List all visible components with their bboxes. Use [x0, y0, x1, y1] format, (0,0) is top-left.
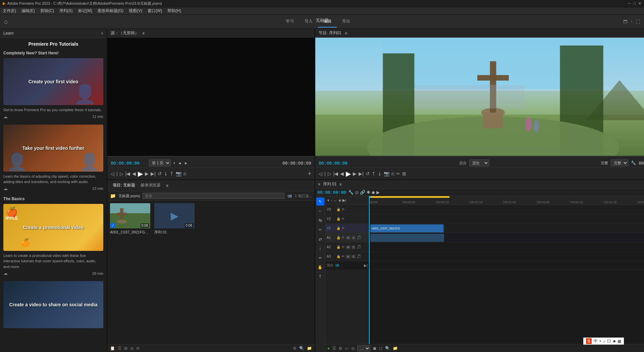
track-a2-eye[interactable]: 👁 [341, 245, 345, 249]
seq-target-btn[interactable]: ◆ [372, 190, 375, 195]
tool-razor[interactable]: ✂ [316, 226, 324, 234]
source-menu-icon[interactable]: ≡ [142, 31, 145, 36]
source-step-fwd-btn[interactable]: ▶| [151, 171, 156, 176]
seq-loop-btn[interactable]: ◎ [351, 346, 355, 351]
source-overwrite-btn[interactable]: ⤒ [170, 171, 174, 176]
prog-mark-in[interactable]: ◁ [319, 171, 322, 176]
program-progress-bar[interactable] [315, 156, 644, 158]
input-bar-mic[interactable]: ♪ [603, 339, 605, 344]
source-next-btn[interactable]: ▸ [184, 160, 188, 166]
menu-view[interactable]: 视图(V) [129, 8, 142, 14]
track-a1-lock[interactable]: 🔒 [336, 236, 340, 239]
project-capture-btn[interactable]: 📹 [287, 193, 292, 198]
seq-collapse-all[interactable]: ◦ [331, 199, 332, 203]
source-progress-bar[interactable] [107, 156, 315, 158]
seq-audio-btn[interactable]: ◈ [338, 198, 341, 203]
menu-graphics[interactable]: 图形和标题(G) [98, 8, 123, 14]
seq-playback-btn[interactable]: ▶ [376, 190, 380, 195]
track-v2-eye[interactable]: 👁 [341, 217, 345, 221]
audio-clip-a1[interactable] [370, 234, 444, 242]
new-item-btn[interactable]: 📋 [110, 346, 115, 351]
track-a3-solo[interactable]: S [352, 255, 356, 259]
tutorial-card-first-further[interactable]: Take your first video further 👤 👤 Learn … [3, 125, 103, 191]
source-page-select[interactable]: 第 1 页 [149, 160, 171, 166]
seq-track-settings[interactable]: ▶| [342, 198, 346, 203]
seq-marker-btn[interactable]: ◼ [373, 346, 376, 351]
seq-layout-btn[interactable]: ⊞ [339, 346, 342, 351]
seq-link-btn[interactable]: 🔗 [360, 190, 365, 195]
track-a1-mute[interactable]: M [346, 236, 351, 240]
tool-pen[interactable]: ✏ [316, 254, 324, 262]
track-a2-mute[interactable]: M [346, 245, 351, 249]
track-a3-lock[interactable]: 🔒 [336, 255, 340, 258]
prog-camera-btn[interactable]: 📷 [384, 171, 389, 176]
tool-rate[interactable]: ↹ [316, 216, 324, 224]
menu-window[interactable]: 窗口(W) [148, 8, 162, 14]
tutorial-card-social[interactable]: Create a video to share on social media [3, 281, 103, 328]
project-item-sequence[interactable]: ▶ 0:08 序列 01 [154, 203, 195, 235]
track-a1-solo[interactable]: S [352, 236, 356, 240]
sort-btn[interactable]: ⊝ [136, 346, 140, 351]
folder-btn[interactable]: 📁 [307, 346, 312, 351]
tool-hand[interactable]: ✋ [316, 263, 324, 271]
track-v1-lock[interactable]: 🔒 [336, 226, 340, 230]
menu-file[interactable]: 文件(E) [3, 8, 16, 14]
menu-clip[interactable]: 剪辑(C) [40, 8, 54, 14]
list-view-btn[interactable]: ☰ [118, 346, 121, 351]
home-button[interactable]: ⌂ [4, 18, 8, 25]
maximize-button[interactable]: □ [633, 1, 636, 6]
freeform-btn[interactable]: ◎ [130, 346, 133, 351]
source-prev-frame[interactable]: ◀ [132, 171, 136, 176]
project-search-input[interactable] [143, 193, 284, 199]
source-add-btn[interactable]: + [308, 170, 311, 177]
seq-zoom-btn[interactable]: 🔍 [385, 346, 390, 351]
track-a1-audio[interactable]: 🎵 [357, 235, 361, 240]
seq-insert-edit[interactable]: ✱ [367, 190, 370, 195]
input-bar-box1[interactable]: 口 [607, 338, 611, 344]
seq-timeline-btn[interactable]: ▭ [345, 346, 348, 351]
video-clip-v1[interactable]: A001_C037_0921FG [370, 224, 444, 232]
seq-options-select[interactable]: … [357, 345, 370, 351]
prog-trim-btn[interactable]: ✂ [396, 171, 400, 176]
learn-menu-icon[interactable]: ≡ [101, 31, 103, 36]
source-loop-btn[interactable]: ↺ [158, 171, 162, 176]
prog-multicam-btn[interactable]: ⊞ [402, 171, 406, 176]
input-bar-box2[interactable]: ■ [613, 339, 615, 344]
seq-menu-icon[interactable]: ≡ [339, 182, 342, 187]
track-v3-eye[interactable]: 👁 [341, 208, 345, 211]
prog-loop-btn[interactable]: ↺ [366, 171, 370, 176]
prog-mark-sep[interactable]: | [324, 171, 326, 176]
track-a3-mute[interactable]: M [346, 255, 351, 259]
source-insert-btn[interactable]: ⤓ [164, 171, 168, 176]
tool-ripple[interactable]: ↔ [316, 207, 324, 215]
fullscreen-icon[interactable]: ⛶ [636, 19, 640, 24]
settings-btn[interactable]: ⚙ [293, 346, 297, 351]
tutorial-card-promotional[interactable]: 🍎 🍊 IPPLE Create a promotional video Lea… [3, 204, 103, 276]
source-mark-sep[interactable]: | [116, 171, 118, 176]
track-v1-eye[interactable]: 👁 [341, 226, 345, 230]
source-play-btn[interactable]: ▶ [138, 170, 143, 178]
menu-edit[interactable]: 编辑(E) [21, 8, 35, 14]
tab-project[interactable]: 项目: 无标题 [110, 181, 138, 190]
input-bar-dot[interactable]: • [600, 339, 601, 344]
seq-add-marker[interactable]: 🔧 [348, 190, 354, 195]
tab-media-browser[interactable]: 媒体浏览器 [138, 181, 163, 190]
prog-play-btn[interactable]: ▶ [346, 170, 351, 178]
program-menu-icon[interactable]: ≡ [345, 31, 347, 36]
tool-slip[interactable]: ⇄ [316, 235, 324, 243]
seq-close-btn[interactable]: × [318, 182, 320, 187]
tab-export[interactable]: 导出 [337, 16, 356, 28]
track-a1-eye[interactable]: 👁 [341, 236, 345, 239]
prog-step-fwd[interactable]: ▶| [359, 171, 364, 176]
prog-next-frame[interactable]: ▶ [353, 171, 357, 176]
seq-green-btn[interactable]: ● [327, 346, 330, 351]
seq-marker2-btn[interactable]: ◻ [379, 346, 382, 351]
source-mark-in[interactable]: ◁ [111, 171, 114, 176]
source-export-frame-btn[interactable]: ⎋ [183, 171, 186, 176]
seq-folder2-btn[interactable]: 📁 [393, 346, 398, 351]
seq-list-btn[interactable]: ☰ [332, 346, 336, 351]
track-a2-solo[interactable]: S [352, 245, 356, 249]
prog-lift-btn[interactable]: ⤒ [372, 171, 376, 176]
track-a3-eye[interactable]: 👁 [341, 255, 345, 258]
track-a3-audio[interactable]: 🎵 [357, 254, 361, 259]
